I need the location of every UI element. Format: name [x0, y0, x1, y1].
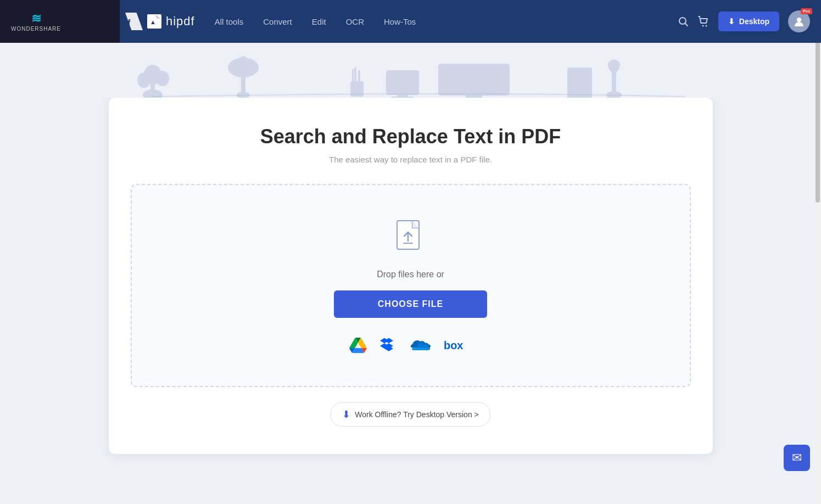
nav-edit[interactable]: Edit: [312, 17, 326, 26]
svg-point-8: [702, 25, 703, 27]
hipdf-brand[interactable]: f ▲ hipdf: [125, 13, 195, 30]
chat-icon: ✉: [792, 451, 802, 465]
box-icon[interactable]: box: [444, 339, 472, 351]
svg-rect-40: [572, 85, 585, 86]
choose-file-button[interactable]: CHOOSE FILE: [334, 290, 487, 318]
svg-point-9: [705, 25, 707, 27]
pro-badge: Pro: [801, 8, 812, 14]
user-icon: [793, 15, 805, 27]
hipdf-logo-icon: f: [125, 13, 143, 30]
svg-point-15: [156, 71, 169, 86]
wondershare-text: wondershare: [11, 26, 61, 32]
onedrive-icon[interactable]: [411, 338, 431, 352]
nav-how-tos[interactable]: How-Tos: [384, 17, 416, 26]
desktop-button[interactable]: ⬇ Desktop: [718, 12, 779, 31]
wondershare-logo: ≋ wondershare: [11, 12, 61, 32]
svg-text:▲: ▲: [150, 19, 156, 25]
cloud-provider-icons: box: [349, 338, 472, 353]
page-subtitle: The easiest way to replace text in a PDF…: [131, 155, 691, 164]
svg-rect-23: [352, 69, 354, 83]
cart-icon: [697, 15, 710, 27]
drop-text: Drop files here or: [377, 270, 444, 279]
search-button[interactable]: [678, 16, 689, 27]
dropbox-icon[interactable]: [380, 338, 398, 353]
svg-rect-22: [358, 70, 360, 83]
google-drive-icon[interactable]: [349, 338, 367, 353]
svg-text:f: f: [128, 18, 131, 27]
svg-rect-35: [459, 71, 466, 92]
search-icon: [678, 16, 689, 27]
user-avatar[interactable]: Pro: [788, 10, 810, 32]
nav-convert[interactable]: Convert: [263, 17, 292, 26]
svg-rect-27: [390, 81, 395, 92]
svg-rect-21: [354, 68, 356, 83]
svg-rect-42: [612, 73, 616, 95]
svg-rect-38: [572, 77, 588, 79]
desktop-link-label: Work Offline? Try Desktop Version >: [355, 410, 479, 419]
chat-button[interactable]: ✉: [784, 445, 810, 471]
nav-links: All tools Convert Edit OCR How-Tos: [215, 17, 416, 26]
main-content: Search and Replace Text in PDF The easie…: [0, 98, 821, 476]
svg-point-14: [137, 72, 150, 88]
svg-rect-37: [572, 73, 588, 75]
desktop-link-icon: ⬇: [342, 408, 350, 421]
illustration-svg: [81, 43, 740, 98]
wondershare-icon: ≋: [31, 12, 41, 26]
scrollbar-track[interactable]: [814, 0, 821, 504]
svg-rect-28: [397, 77, 401, 92]
svg-rect-26: [392, 97, 414, 98]
nav-ocr[interactable]: OCR: [346, 17, 364, 26]
desktop-version-link[interactable]: ⬇ Work Offline? Try Desktop Version >: [331, 402, 490, 427]
svg-rect-29: [404, 75, 408, 92]
dropzone[interactable]: Drop files here or CHOOSE FILE: [131, 184, 691, 387]
nav-all-tools[interactable]: All tools: [215, 17, 244, 26]
svg-text:box: box: [444, 339, 463, 351]
desktop-label: Desktop: [739, 17, 769, 26]
svg-rect-30: [410, 78, 415, 92]
svg-point-19: [240, 56, 247, 63]
svg-line-7: [685, 24, 688, 26]
hipdf-square-icon: ▲: [147, 14, 161, 29]
desktop-link-wrapper: ⬇ Work Offline? Try Desktop Version >: [131, 402, 691, 427]
main-card: Search and Replace Text in PDF The easie…: [109, 98, 713, 454]
svg-rect-39: [572, 81, 584, 82]
svg-point-10: [797, 18, 801, 22]
cart-button[interactable]: [697, 15, 710, 27]
svg-rect-36: [567, 68, 592, 98]
brand-area: ≋ wondershare: [0, 0, 120, 43]
nav-actions: ⬇ Desktop Pro: [678, 10, 821, 32]
page-title: Search and Replace Text in PDF: [131, 125, 691, 148]
upload-file-icon: [392, 218, 430, 256]
hero-illustration: [0, 43, 821, 98]
navbar: ≋ wondershare f ▲ hipdf All tools Conver…: [0, 0, 821, 43]
svg-rect-32: [466, 94, 482, 98]
desktop-download-icon: ⬇: [728, 17, 735, 26]
hipdf-label[interactable]: hipdf: [166, 14, 195, 29]
svg-rect-34: [451, 75, 457, 92]
svg-rect-33: [443, 79, 449, 92]
upload-icon-wrapper: [392, 218, 430, 259]
